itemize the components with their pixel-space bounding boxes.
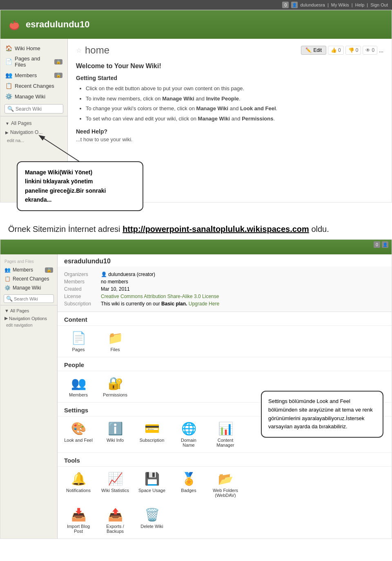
page-title-row: ☆ home (76, 45, 109, 56)
getting-started-list: Click on the edit button above to put yo… (76, 85, 383, 122)
s2-content-manager-item[interactable]: 📊 Content Manager (211, 421, 240, 447)
s2-wiki-info-icon: ℹ️ (108, 421, 123, 436)
s2-notifications-item[interactable]: 🔔 Notifications (64, 472, 93, 498)
list-item-3: To change your wiki's colors or theme, c… (86, 105, 383, 113)
info-row-organizers: Organizers 👤 dulunduesra (creator) (64, 271, 223, 278)
separator: | (327, 2, 329, 7)
s2-wiki-info-label: Wiki Info (107, 438, 124, 443)
list-item-1: Click on the edit button above to put yo… (86, 85, 383, 93)
navigation-options-label: Navigation O... (10, 129, 42, 135)
upgrade-link[interactable]: Upgrade Here (189, 301, 219, 307)
sidebar-search-container[interactable]: 🔍 (4, 104, 63, 114)
sidebar-divider (0, 116, 67, 116)
s2-files-label: Files (110, 347, 120, 352)
s2-user-icon[interactable]: 👤 (382, 241, 388, 248)
sidebar-label-recent: Recent Changes (15, 83, 54, 89)
my-wikis-link[interactable]: My Wikis (331, 2, 349, 7)
edit-navigation-link[interactable]: edit na... (0, 137, 67, 144)
edit-pencil-icon: ✏️ (305, 47, 312, 53)
user-icon[interactable]: 👤 (291, 2, 298, 8)
s2-web-folders-label: Web Folders (WebDAV) (211, 488, 240, 498)
sidebar-item-manage-wiki[interactable]: ⚙️ Manage Wiki (0, 91, 67, 102)
sidebar-item-members[interactable]: 👥 Members 🔒 (0, 70, 67, 80)
s2-content-manager-icon: 📊 (218, 421, 233, 436)
search-input[interactable] (16, 106, 60, 112)
sign-out-link[interactable]: Sign Out (370, 2, 388, 7)
screenshot1: esradulundu10 🏠 Wiki Home 📄 Pages and Fi… (0, 10, 392, 203)
wiki-header: esradulundu10 (0, 10, 392, 39)
dislike-count[interactable]: 👎 0 (345, 46, 361, 55)
license-value: Creative Commons Attribution Share-Alike… (101, 293, 223, 300)
s2-members-grid-label: Members (69, 392, 88, 397)
example-site-link[interactable]: http://powerpoint-sanaltopluluk.wikispac… (122, 225, 309, 234)
s2-members-item[interactable]: 👥 Members (64, 376, 93, 397)
s2-members-grid-icon: 👥 (71, 376, 86, 390)
sidebar-item-pages-files[interactable]: 📄 Pages and Files 🔒 (0, 53, 67, 70)
s2-files-item[interactable]: 📁 Files (101, 331, 129, 352)
s2-sidebar-manage[interactable]: ⚙️ Manage Wiki (0, 283, 57, 292)
s2-exports-item[interactable]: 📤 Exports / Backups (101, 508, 129, 534)
s2-permissions-icon: 🔐 (108, 376, 123, 390)
info-row-created: Created Mar 10, 2011 (64, 285, 223, 293)
s2-delete-wiki-icon: 🗑️ (145, 508, 160, 522)
s2-badges-item[interactable]: 🏅 Badges (174, 472, 203, 498)
s2-tools-section: Tools 🔔 Notifications 📈 Wiki Statistics … (58, 452, 392, 539)
s2-permissions-item[interactable]: 🔐 Permissions (101, 376, 129, 397)
s2-search-container[interactable]: 🔍 (4, 294, 54, 303)
s2-top-icons: 0 👤 (374, 241, 388, 248)
sidebar-item-recent-changes[interactable]: 📋 Recent Changes (0, 80, 67, 91)
edit-button[interactable]: ✏️ Edit (301, 46, 326, 55)
like-count[interactable]: 👍 0 (328, 46, 344, 55)
s2-search-input[interactable] (14, 296, 51, 301)
more-options-icon[interactable]: ... (379, 47, 383, 53)
s2-sidebar: Pages and Files 👥 Members 🔒 📋 Recent Cha… (0, 254, 58, 539)
s2-look-feel-label: Look and Feel (64, 438, 93, 443)
need-help-heading: Need Help? (76, 128, 383, 135)
s2-wiki-info: Organizers 👤 dulunduesra (creator) Membe… (58, 267, 392, 312)
view-count[interactable]: 👁 0 (363, 46, 377, 55)
s2-sidebar-pages-files[interactable]: Pages and Files (0, 258, 57, 265)
s2-divider (0, 305, 57, 305)
subscription-value: This wiki is currently on our Basic plan… (101, 300, 223, 307)
s2-edit-nav-link[interactable]: edit navigation (0, 322, 57, 328)
s2-look-feel-item[interactable]: 🎨 Look and Feel (64, 421, 93, 447)
help-link[interactable]: Help (355, 2, 365, 7)
navigation-options-section[interactable]: ▶ Navigation O... (0, 128, 67, 137)
s2-sidebar-recent[interactable]: 📋 Recent Changes (0, 274, 57, 283)
s2-nav-options[interactable]: ▶ Navigation Options (0, 314, 57, 322)
s2-wiki-info-item[interactable]: ℹ️ Wiki Info (101, 421, 129, 447)
notification-icon[interactable]: 0 (282, 2, 289, 8)
home-icon: 🏠 (5, 45, 12, 51)
s2-sidebar-members[interactable]: 👥 Members 🔒 (0, 265, 57, 274)
separator-section: Örnek Sitemizin İnternet adresi http://p… (0, 211, 392, 239)
s2-import-blog-icon: 📥 (71, 508, 86, 522)
s2-members-icon: 👥 (4, 267, 11, 273)
s2-members-badge: 🔒 (45, 267, 53, 273)
s2-import-blog-label: Import Blog Post (64, 524, 93, 534)
s2-space-usage-icon: 💾 (145, 472, 160, 486)
sidebar-label-wiki-home: Wiki Home (15, 45, 40, 51)
s2-notification-icon[interactable]: 0 (374, 241, 380, 248)
s2-web-folders-item[interactable]: 📂 Web Folders (WebDAV) (211, 472, 240, 498)
wiki-logo-icon (7, 17, 22, 32)
s2-all-pages[interactable]: ▼ All Pages (0, 307, 57, 314)
username: dulunduesra (300, 2, 325, 7)
s2-domain-item[interactable]: 🌐 Domain Name (174, 421, 203, 447)
page-actions: ✏️ Edit 👍 0 👎 0 👁 0 ... (301, 46, 383, 55)
s2-pages-item[interactable]: 📄 Pages (64, 331, 93, 352)
s2-badges-label: Badges (181, 488, 196, 493)
license-link[interactable]: Creative Commons Attribution Share-Alike… (101, 294, 219, 299)
top-bar: 0 👤 dulunduesra | My Wikis | Help | Sign… (0, 0, 392, 10)
s2-import-blog-item[interactable]: 📥 Import Blog Post (64, 508, 93, 534)
s2-delete-wiki-item[interactable]: 🗑️ Delete Wiki (138, 508, 166, 534)
subscription-label: Subscription (64, 300, 101, 307)
s2-exports-label: Exports / Backups (101, 524, 129, 534)
s2-space-usage-item[interactable]: 💾 Space Usage (138, 472, 166, 498)
sidebar-item-wiki-home[interactable]: 🏠 Wiki Home (0, 43, 67, 53)
all-pages-section[interactable]: ▼ All Pages (0, 119, 67, 128)
s2-subscription-item[interactable]: 💳 Subscription (138, 421, 166, 447)
s2-wiki-stats-item[interactable]: 📈 Wiki Statistics (101, 472, 129, 498)
s2-wiki-stats-icon: 📈 (108, 472, 123, 486)
star-icon[interactable]: ☆ (76, 47, 82, 54)
created-label: Created (64, 285, 101, 293)
